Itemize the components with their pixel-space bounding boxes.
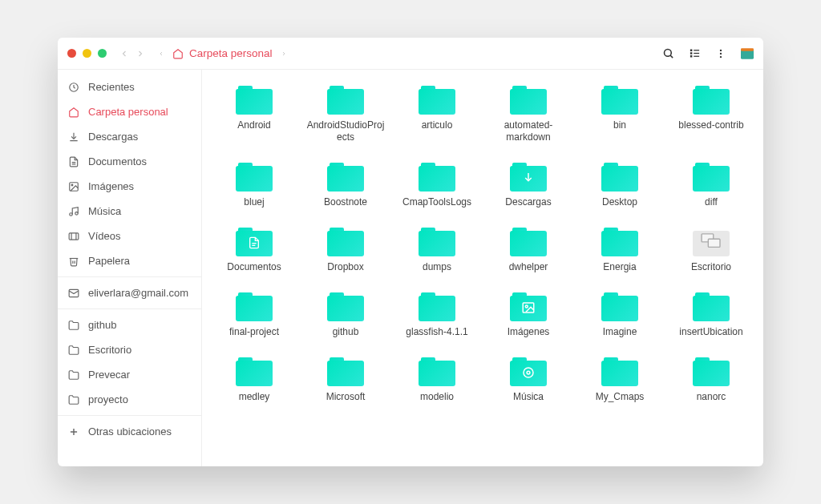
- folder-item[interactable]: Escritorio: [669, 228, 754, 273]
- folder-icon: [419, 357, 455, 386]
- breadcrumb: Carpeta personal: [158, 47, 287, 59]
- folder-icon: [419, 163, 455, 192]
- music-icon: [510, 365, 547, 380]
- svg-point-10: [720, 55, 722, 57]
- sidebar-item-papelera[interactable]: Papelera: [58, 248, 201, 273]
- svg-point-9: [720, 52, 722, 54]
- folder-item[interactable]: nanorc: [669, 357, 754, 403]
- folder-item[interactable]: Imagine: [577, 292, 662, 338]
- folder-item[interactable]: bluej: [212, 163, 297, 208]
- sidebar: RecientesCarpeta personalDescargasDocume…: [58, 70, 202, 466]
- video-icon: [67, 231, 80, 242]
- folder-item[interactable]: Documentos: [212, 228, 297, 273]
- folder-label: medley: [239, 391, 270, 403]
- folder-item[interactable]: Descargas: [486, 163, 571, 208]
- folder-item[interactable]: automated-markdown: [486, 86, 571, 143]
- folder-item[interactable]: My_Cmaps: [577, 357, 662, 403]
- sidebar-bookmark-proyecto[interactable]: proyecto: [58, 387, 201, 412]
- sidebar-item-documentos[interactable]: Documentos: [58, 149, 201, 174]
- folder-item[interactable]: github: [303, 292, 388, 338]
- close-window-button[interactable]: [67, 49, 76, 58]
- sidebar-bookmark-github[interactable]: github: [58, 312, 201, 337]
- folder-icon: [601, 86, 638, 115]
- minimize-window-button[interactable]: [83, 49, 91, 58]
- folder-item[interactable]: modelio: [394, 357, 479, 403]
- svg-rect-7: [694, 56, 699, 57]
- search-button[interactable]: [662, 47, 674, 59]
- svg-point-0: [665, 50, 672, 57]
- document-icon: [67, 156, 80, 167]
- download-icon: [67, 131, 80, 143]
- folder-content: AndroidAndroidStudioProjectsarticuloauto…: [202, 70, 763, 466]
- folder-label: Boostnote: [324, 196, 367, 208]
- folder-item[interactable]: glassfish-4.1.1: [394, 292, 479, 338]
- folder-icon: [327, 357, 364, 386]
- folder-item[interactable]: dumps: [394, 228, 479, 273]
- menu-button[interactable]: [715, 48, 726, 59]
- folder-item[interactable]: Microsoft: [303, 357, 388, 403]
- folder-label: Dropbox: [327, 261, 363, 273]
- folder-item[interactable]: Música: [486, 357, 571, 403]
- folder-label: AndroidStudioProjects: [305, 119, 386, 143]
- folder-item[interactable]: Desktop: [577, 163, 662, 208]
- view-toggle-button[interactable]: [689, 47, 701, 59]
- folder-icon: [327, 163, 364, 192]
- maximize-window-button[interactable]: [98, 49, 107, 58]
- folder-item[interactable]: dwhelper: [486, 228, 571, 273]
- folder-icon: [327, 228, 364, 256]
- folder-label: insertUbication: [679, 326, 742, 338]
- folder-item[interactable]: diff: [669, 163, 754, 208]
- folder-icon: [327, 292, 364, 321]
- chevron-right-icon: [281, 50, 287, 58]
- sidebar-item-descargas[interactable]: Descargas: [58, 124, 201, 149]
- folder-item[interactable]: Android: [212, 86, 297, 143]
- folder-label: blessed-contrib: [678, 119, 743, 131]
- folder-item[interactable]: insertUbication: [669, 292, 754, 338]
- sidebar-item-carpeta-personal[interactable]: Carpeta personal: [58, 99, 201, 124]
- sidebar-item-imágenes[interactable]: Imágenes: [58, 174, 201, 199]
- image-icon: [510, 300, 547, 315]
- folder-icon: [67, 345, 80, 356]
- folder-item[interactable]: medley: [212, 357, 297, 403]
- folder-label: Desktop: [602, 196, 637, 208]
- folder-item[interactable]: CmapToolsLogs: [394, 163, 479, 208]
- sidebar-bookmark-escritorio[interactable]: Escritorio: [58, 337, 201, 362]
- folder-icon: [67, 369, 80, 381]
- sidebar-item-vídeos[interactable]: Vídeos: [58, 224, 201, 248]
- svg-rect-11: [741, 50, 754, 58]
- folder-icon: [510, 86, 547, 115]
- window-controls: [67, 49, 107, 58]
- folder-item[interactable]: articulo: [394, 86, 479, 143]
- folder-icon: [601, 228, 638, 256]
- folder-label: glassfish-4.1.1: [406, 326, 467, 338]
- folder-label: dwhelper: [509, 261, 548, 273]
- sidebar-item-label: Descargas: [88, 131, 138, 143]
- folder-label: Imagine: [603, 326, 637, 338]
- sidebar-account[interactable]: eliverlara@gmail.com: [58, 280, 201, 305]
- folder-label: bin: [613, 119, 626, 131]
- folder-item[interactable]: final-project: [212, 292, 297, 338]
- image-icon: [67, 181, 80, 192]
- sidebar-item-recientes[interactable]: Recientes: [58, 75, 201, 99]
- folder-item[interactable]: Energia: [577, 228, 662, 273]
- document-icon: [236, 236, 273, 250]
- breadcrumb-label: Carpeta personal: [189, 47, 273, 59]
- nav-forward-button[interactable]: [135, 49, 152, 58]
- folder-icon: [419, 86, 455, 115]
- sidebar-other-locations[interactable]: Otras ubicaciones: [58, 419, 201, 444]
- folder-item[interactable]: blessed-contrib: [669, 86, 754, 143]
- folder-label: Música: [513, 391, 544, 403]
- folder-item[interactable]: Boostnote: [303, 163, 388, 208]
- nav-back-button[interactable]: [119, 49, 135, 58]
- folder-icon: [601, 357, 638, 386]
- folder-icon: [236, 228, 273, 256]
- breadcrumb-home[interactable]: Carpeta personal: [172, 47, 273, 59]
- folder-item[interactable]: AndroidStudioProjects: [303, 86, 388, 143]
- sidebar-bookmark-prevecar[interactable]: Prevecar: [58, 362, 201, 387]
- sidebar-item-label: proyecto: [88, 393, 128, 405]
- folder-item[interactable]: Imágenes: [486, 292, 571, 338]
- folder-item[interactable]: bin: [577, 86, 662, 143]
- sidebar-item-música[interactable]: Música: [58, 199, 201, 224]
- folder-item[interactable]: Dropbox: [303, 228, 388, 273]
- folder-icon: [693, 357, 730, 386]
